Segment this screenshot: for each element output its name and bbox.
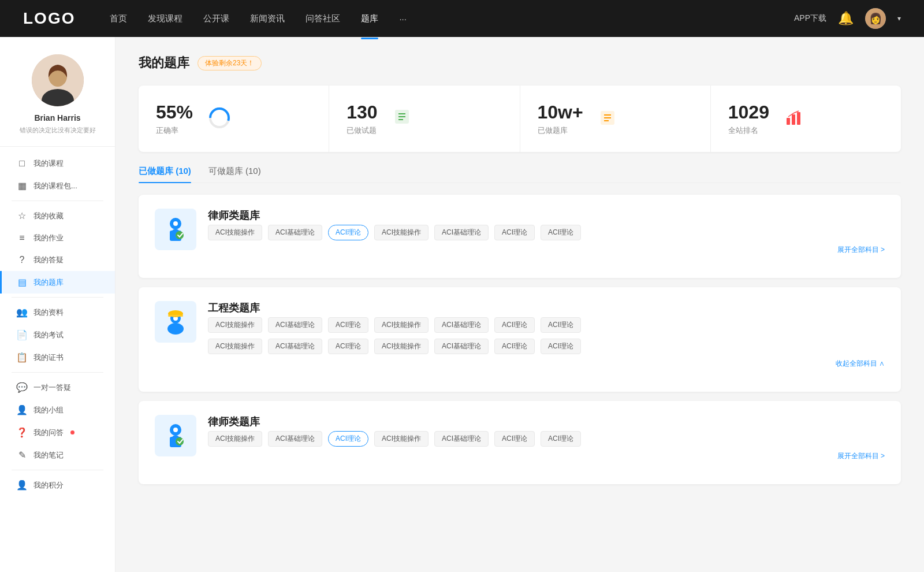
nav-home[interactable]: 首页 [110, 11, 127, 27]
sidebar-item-my-qa[interactable]: ? 我的答疑 [0, 249, 115, 271]
nav-discover[interactable]: 发现课程 [148, 11, 182, 27]
tag-3[interactable]: ACI技能操作 [374, 317, 429, 333]
tag-6[interactable]: ACI理论 [541, 225, 581, 240]
tag-1[interactable]: ACI基础理论 [268, 431, 322, 447]
sidebar-divider-3 [12, 372, 103, 373]
sidebar-item-favorites[interactable]: ☆ 我的收藏 [0, 205, 115, 227]
sidebar-item-certificates[interactable]: 📋 我的证书 [0, 346, 115, 369]
nav-open-course[interactable]: 公开课 [203, 11, 229, 27]
nav-menu: 首页 发现课程 公开课 新闻资讯 问答社区 题库 ··· [110, 11, 794, 27]
tag-2[interactable]: ACI理论 [328, 317, 368, 333]
chevron-down-icon[interactable]: ▾ [897, 14, 901, 23]
tag-1[interactable]: ACI基础理论 [268, 317, 322, 333]
tag-4[interactable]: ACI基础理论 [434, 431, 489, 447]
sidebar-item-label: 我的作业 [33, 233, 64, 243]
tag-r2-5[interactable]: ACI理论 [494, 339, 535, 354]
tag-5[interactable]: ACI理论 [494, 225, 535, 240]
tag-0[interactable]: ACI技能操作 [208, 225, 262, 240]
sidebar-item-label: 我的课程包... [33, 181, 77, 191]
stat-values: 55% 正确率 [156, 102, 193, 136]
logo: LOGO [23, 9, 75, 28]
tab-available[interactable]: 可做题库 (10) [208, 166, 261, 183]
tag-r2-6[interactable]: ACI理论 [541, 339, 581, 354]
stat-values: 1029 全站排名 [728, 102, 769, 136]
stat-values: 130 已做试题 [346, 102, 377, 136]
accuracy-chart-icon [208, 106, 231, 131]
qbank-content: 工程类题库 ACI技能操作 ACI基础理论 ACI理论 ACI技能操作 ACI基… [208, 301, 885, 369]
sidebar-item-one-on-one[interactable]: 💬 一对一答疑 [0, 376, 115, 399]
tag-0[interactable]: ACI技能操作 [208, 431, 262, 447]
tag-3[interactable]: ACI技能操作 [374, 431, 429, 447]
avatar[interactable]: 👩 [865, 8, 886, 29]
tag-6[interactable]: ACI理论 [541, 431, 581, 447]
done-banks-label: 已做题库 [538, 125, 583, 136]
nav-more[interactable]: ··· [399, 12, 407, 26]
lawyer-icon-2 [161, 421, 191, 451]
tag-4[interactable]: ACI基础理论 [434, 225, 489, 240]
sidebar-item-label: 我的题库 [33, 277, 64, 288]
sidebar-item-my-questions[interactable]: ❓ 我的问答 [0, 421, 115, 444]
sidebar-item-course-packages[interactable]: ▦ 我的课程包... [0, 174, 115, 197]
nav-qa[interactable]: 问答社区 [305, 11, 340, 27]
notification-bell[interactable]: 🔔 [838, 11, 854, 26]
app-download-button[interactable]: APP下载 [794, 13, 826, 24]
qbank-title: 律师类题库 [208, 415, 885, 429]
expand-button-3[interactable]: 展开全部科目 > [208, 451, 885, 461]
expand-button-1[interactable]: 展开全部科目 > [208, 245, 885, 255]
sidebar-item-my-materials[interactable]: 👥 我的资料 [0, 301, 115, 324]
tag-0[interactable]: ACI技能操作 [208, 317, 262, 333]
sidebar-item-label: 我的答疑 [33, 255, 64, 265]
homework-icon: ≡ [16, 233, 28, 243]
ranking-icon [784, 109, 803, 129]
tag-r2-0[interactable]: ACI技能操作 [208, 339, 262, 354]
sidebar-profile: Brian Harris 错误的决定比没有决定要好 [0, 54, 115, 147]
lawyer-icon [161, 214, 191, 244]
sidebar-item-my-notes[interactable]: ✎ 我的笔记 [0, 444, 115, 466]
svg-point-28 [173, 428, 178, 432]
tag-5[interactable]: ACI理论 [494, 317, 535, 333]
profile-avatar-image [32, 54, 84, 106]
tag-r2-1[interactable]: ACI基础理论 [268, 339, 322, 354]
sidebar-item-label: 我的证书 [33, 352, 64, 363]
sidebar-item-my-courses[interactable]: □ 我的课程 [0, 153, 115, 174]
tag-6[interactable]: ACI理论 [541, 317, 581, 333]
sidebar-item-my-qbank[interactable]: ▤ 我的题库 [0, 271, 115, 294]
tag-2[interactable]: ACI理论 [328, 431, 368, 447]
nav-qbank[interactable]: 题库 [361, 11, 378, 27]
ranking-value: 1029 [728, 102, 769, 123]
sidebar-item-homework[interactable]: ≡ 我的作业 [0, 227, 115, 249]
tags-row-1: ACI技能操作 ACI基础理论 ACI理论 ACI技能操作 ACI基础理论 AC… [208, 431, 885, 447]
lawyer-icon-wrap-2 [155, 415, 196, 456]
tag-3[interactable]: ACI技能操作 [374, 225, 429, 240]
trial-badge: 体验剩余23天！ [198, 56, 262, 70]
sidebar-item-my-group[interactable]: 👤 我的小组 [0, 399, 115, 421]
accuracy-value: 55% [156, 102, 193, 123]
main-content: 我的题库 体验剩余23天！ 55% 正确率 130 [116, 37, 924, 572]
sidebar-divider-1 [12, 200, 103, 201]
tag-5[interactable]: ACI理论 [494, 431, 535, 447]
stat-done-questions: 130 已做试题 [329, 86, 520, 152]
nav-news[interactable]: 新闻资讯 [250, 11, 285, 27]
page-layout: Brian Harris 错误的决定比没有决定要好 □ 我的课程 ▦ 我的课程包… [0, 37, 924, 572]
tab-done[interactable]: 已做题库 (10) [139, 166, 191, 183]
sidebar-divider-2 [12, 297, 103, 298]
tag-2[interactable]: ACI理论 [328, 225, 368, 240]
sidebar-item-label: 我的积分 [33, 480, 64, 491]
materials-icon: 👥 [16, 307, 28, 318]
sidebar-item-label: 我的小组 [33, 405, 64, 415]
profile-avatar[interactable] [32, 54, 84, 106]
sidebar-item-exams[interactable]: 📄 我的考试 [0, 324, 115, 346]
qbank-title: 律师类题库 [208, 209, 885, 222]
sidebar: Brian Harris 错误的决定比没有决定要好 □ 我的课程 ▦ 我的课程包… [0, 37, 116, 572]
tag-4[interactable]: ACI基础理论 [434, 317, 489, 333]
tag-1[interactable]: ACI基础理论 [268, 225, 322, 240]
tag-r2-2[interactable]: ACI理论 [328, 339, 368, 354]
qbank-card-header: 律师类题库 ACI技能操作 ACI基础理论 ACI理论 ACI技能操作 ACI基… [155, 415, 885, 461]
tag-r2-3[interactable]: ACI技能操作 [374, 339, 429, 354]
sidebar-item-my-points[interactable]: 👤 我的积分 [0, 474, 115, 496]
done-questions-label: 已做试题 [346, 125, 377, 136]
tag-r2-4[interactable]: ACI基础理论 [434, 339, 489, 354]
done-banks-value: 10w+ [538, 102, 583, 123]
collapse-button[interactable]: 收起全部科目 ∧ [208, 359, 885, 369]
qbank-icon: ▤ [16, 277, 28, 288]
